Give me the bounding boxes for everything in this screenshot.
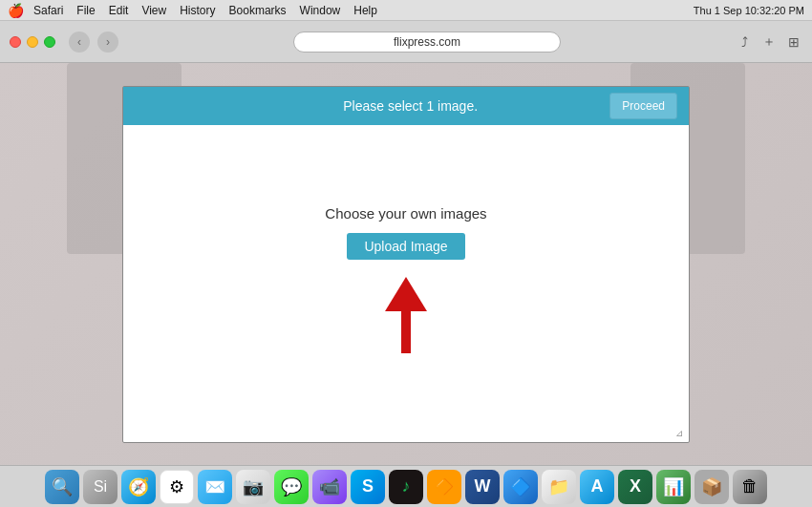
dock-item-trash[interactable]: 🗑 [733,470,767,504]
dock-item-appstore[interactable]: A [580,470,614,504]
choose-images-text: Choose your own images [325,205,486,222]
resize-handle[interactable]: ⊿ [675,429,687,440]
back-button[interactable]: ‹ [69,32,90,53]
forward-button[interactable]: › [97,32,118,53]
dock-item-messages[interactable]: 💬 [274,470,309,504]
dock-item-mail[interactable]: ✉️ [198,470,232,504]
address-bar[interactable]: flixpress.com [293,32,561,53]
dock-item-finder[interactable]: 🔍 [45,470,79,504]
dock-item-siri[interactable]: Si [83,470,118,504]
dock: 🔍 Si 🧭 ⚙ ✉️ 📷 💬 📹 S ♪ 🔶 W 🔷 📁 A X 📊 📦 🗑 [0,465,812,507]
proceed-button[interactable]: Proceed [609,93,677,119]
menu-view[interactable]: View [141,4,166,17]
dock-item-skype[interactable]: S [351,470,385,504]
dock-item-spotify[interactable]: ♪ [389,470,423,504]
dock-item-chrome[interactable]: ⚙ [160,470,194,504]
share-icon[interactable]: ⤴ [736,33,753,51]
browser-right-icons: ⤴ ＋ ⊞ [736,33,802,51]
menu-safari[interactable]: Safari [33,4,63,17]
maximize-window-button[interactable] [44,36,55,48]
modal-dialog: Please select 1 image. Proceed Choose yo… [122,86,690,443]
modal-body: Choose your own images Upload Image [123,125,689,442]
apple-menu[interactable]: 🍎 [8,3,24,18]
dock-item-facetime[interactable]: 📹 [312,470,347,504]
minimize-window-button[interactable] [27,36,38,48]
sidebar-icon[interactable]: ⊞ [785,33,802,51]
modal-header: Please select 1 image. Proceed [123,87,689,125]
add-tab-icon[interactable]: ＋ [760,33,778,51]
dock-item-safari[interactable]: 🧭 [121,470,156,504]
upload-image-button[interactable]: Upload Image [347,233,464,260]
dock-item-word[interactable]: W [465,470,500,504]
annotation-arrow [385,275,427,361]
menu-file[interactable]: File [76,4,95,17]
dock-item-greenapp[interactable]: 📊 [656,470,691,504]
svg-marker-1 [385,277,427,311]
dock-item-excel[interactable]: X [618,470,652,504]
traffic-lights [10,36,55,48]
menu-history[interactable]: History [180,4,215,17]
dock-item-files[interactable]: 📁 [542,470,576,504]
menu-bookmarks[interactable]: Bookmarks [229,4,287,17]
menu-bar: 🍎 Safari File Edit View History Bookmark… [0,0,812,21]
menu-bar-clock: Thu 1 Sep 10:32:20 PM [694,5,804,16]
dock-item-vlc[interactable]: 🔶 [427,470,461,504]
menu-window[interactable]: Window [300,4,341,17]
menu-edit[interactable]: Edit [109,4,129,17]
dock-item-photos[interactable]: 📷 [236,470,270,504]
address-bar-wrap: flixpress.com [126,32,728,53]
dock-item-greyapp[interactable]: 📦 [694,470,729,504]
browser-toolbar: ‹ › flixpress.com ⤴ ＋ ⊞ [0,21,812,63]
close-window-button[interactable] [10,36,21,48]
menu-help[interactable]: Help [353,4,377,17]
main-content: Please select 1 image. Proceed Choose yo… [0,63,812,465]
modal-title: Please select 1 image. [211,98,609,114]
dock-item-blueapp[interactable]: 🔷 [503,470,538,504]
address-text: flixpress.com [394,35,460,49]
menu-bar-items: Safari File Edit View History Bookmarks … [33,4,377,17]
